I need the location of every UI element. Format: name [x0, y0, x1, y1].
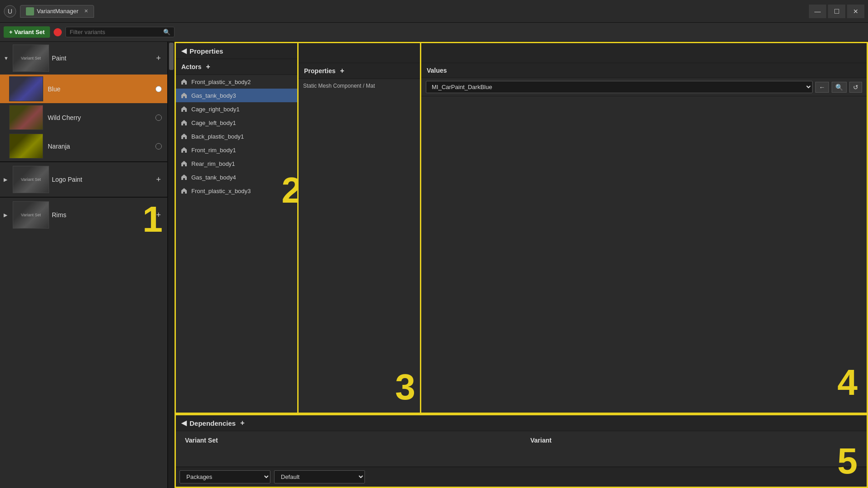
actor-home-icon-3	[180, 105, 188, 113]
sidebar-scrollbar[interactable]	[168, 42, 175, 488]
values-sub-header: Values	[421, 63, 867, 78]
tab-close-button[interactable]: ✕	[84, 8, 88, 14]
variant-blue-dot	[155, 86, 162, 92]
actors-header-label: Actors	[181, 63, 201, 70]
actor-home-icon-8	[180, 174, 188, 181]
variant-cherry-name: Wild Cherry	[48, 114, 151, 121]
collapse-dependencies-icon[interactable]: ◀	[181, 419, 187, 427]
filter-search-icon: 🔍	[163, 29, 170, 35]
dependencies-section: ◀ Dependencies + Variant Set Variant 5 P…	[176, 414, 867, 487]
actor-item-cage-right-body1[interactable]: Cage_right_body1	[176, 102, 297, 116]
actor-home-icon	[180, 78, 188, 85]
values-controls: MI_CarPaint_DarkBlue MI_CarPaint_Red MI_…	[421, 78, 867, 96]
actor-name-front-rim-body1: Front_rim_body1	[191, 147, 236, 154]
actor-item-gas-tank-body3[interactable]: Gas_tank_body3	[176, 89, 297, 102]
dep-col-variant-set: Variant Set	[176, 435, 521, 446]
actor-name-rear-rim-body1: Rear_rim_body1	[191, 160, 235, 167]
properties-main-header: ◀ Properties	[176, 43, 297, 59]
left-sidebar: ▼ Variant Set Paint + Blue Wild Cherry N…	[0, 42, 168, 488]
add-rims-variant-button[interactable]: +	[153, 209, 164, 221]
actor-name-front-plastic-x-body3: Front_plastic_x_body3	[191, 188, 251, 194]
variant-item-wild-cherry[interactable]: Wild Cherry	[0, 103, 167, 132]
actor-item-back-plastic-body1[interactable]: Back_plastic_body1	[176, 129, 297, 143]
variant-set-logo-paint-thumb: Variant Set	[13, 166, 49, 193]
values-nav-back-button[interactable]: ←	[815, 82, 829, 93]
values-content	[421, 96, 867, 413]
actor-item-rear-rim-body1[interactable]: Rear_rim_body1	[176, 157, 297, 170]
property-path-display: Static Mesh Component / Mat	[299, 79, 420, 93]
variant-manager-tab[interactable]: VariantManager ✕	[20, 5, 94, 18]
sidebar-divider-1	[0, 161, 167, 162]
dependencies-title: Dependencies	[190, 419, 236, 427]
add-paint-variant-button[interactable]: +	[153, 53, 164, 64]
filter-variants-input-wrap: 🔍	[65, 27, 175, 37]
expand-paint-icon: ▼	[4, 55, 10, 61]
svg-text:U: U	[8, 8, 12, 15]
actor-home-icon-2	[180, 92, 188, 99]
number-label-3: 3	[395, 366, 416, 408]
top-panels: ◀ Properties Actors + Front_plastic_x_bo…	[176, 43, 867, 414]
variant-item-naranja[interactable]: Naranja	[0, 132, 167, 160]
actor-item-gas-tank-body4[interactable]: Gas_tank_body4 2	[176, 170, 297, 184]
dep-col-variant: Variant	[521, 435, 867, 446]
variant-naranja-dot	[155, 143, 162, 149]
variant-cherry-dot	[155, 115, 162, 121]
variant-set-paint-header[interactable]: ▼ Variant Set Paint +	[0, 42, 167, 75]
sidebar-divider-2	[0, 197, 167, 198]
dependencies-header: ◀ Dependencies +	[176, 415, 867, 431]
variant-set-paint-thumb: Variant Set	[13, 45, 49, 72]
window-maximize-button[interactable]: ☐	[828, 5, 845, 18]
actor-item-front-plastic-x-body3[interactable]: Front_plastic_x_body3	[176, 184, 297, 198]
variant-set-paint-name: Paint	[52, 55, 150, 62]
variant-set-rims-name: Rims	[52, 211, 150, 219]
unreal-engine-logo: U	[4, 5, 16, 18]
add-variant-set-button[interactable]: + Variant Set	[4, 26, 50, 38]
dependencies-columns: Variant Set Variant	[176, 431, 867, 449]
actor-item-cage-left-body1[interactable]: Cage_left_body1	[176, 116, 297, 129]
actor-item-front-rim-body1[interactable]: Front_rim_body1	[176, 143, 297, 157]
filter-variants-input[interactable]	[70, 29, 160, 35]
variant-manager-tab-icon	[26, 7, 34, 15]
variant-set-logo-paint-header[interactable]: ▶ Variant Set Logo Paint +	[0, 163, 167, 196]
values-nav-reset-button[interactable]: ↺	[849, 82, 862, 93]
variant-naranja-name: Naranja	[48, 143, 151, 150]
properties-panel: Properties + Static Mesh Component / Mat…	[299, 43, 421, 413]
variant-item-blue[interactable]: Blue	[0, 75, 167, 103]
default-select[interactable]: Default	[274, 470, 365, 483]
actors-add-button[interactable]: +	[206, 63, 210, 71]
actor-item-front-plastic-x-body2[interactable]: Front_plastic_x_body2	[176, 75, 297, 89]
title-bar: U VariantManager ✕ — ☐ ✕	[0, 0, 868, 23]
expand-rims-icon: ▶	[4, 212, 10, 218]
values-nav-search-button[interactable]: 🔍	[832, 82, 847, 93]
actor-name-back-plastic-body1: Back_plastic_body1	[191, 133, 244, 140]
variant-blue-thumb	[9, 76, 43, 101]
actor-home-icon-7	[180, 160, 188, 167]
values-header-label: Values	[427, 67, 447, 74]
add-logo-paint-variant-button[interactable]: +	[153, 174, 164, 185]
properties-content: 3	[299, 93, 420, 413]
record-button[interactable]	[54, 28, 62, 36]
properties-panel-spacer	[299, 43, 420, 63]
sidebar-scrollbar-thumb[interactable]	[169, 43, 174, 70]
properties-add-button[interactable]: +	[340, 67, 344, 75]
dependencies-add-button[interactable]: +	[240, 419, 244, 427]
values-dropdown[interactable]: MI_CarPaint_DarkBlue MI_CarPaint_Red MI_…	[426, 81, 813, 93]
window-close-button[interactable]: ✕	[847, 5, 864, 18]
actor-home-icon-9	[180, 187, 188, 194]
dep-variant-set-label: Variant Set	[185, 437, 218, 444]
actor-home-icon-4	[180, 119, 188, 126]
dep-variant-label: Variant	[530, 437, 552, 444]
packages-select[interactable]: Packages	[180, 470, 270, 483]
actor-list: Front_plastic_x_body2 Gas_tank_body3 Cag…	[176, 75, 297, 413]
actor-name-cage-right-body1: Cage_right_body1	[191, 106, 239, 113]
main-layout: ▼ Variant Set Paint + Blue Wild Cherry N…	[0, 42, 868, 488]
expand-logo-paint-icon: ▶	[4, 177, 10, 183]
variant-set-rims-thumb-label: Variant Set	[21, 213, 41, 217]
variant-set-rims-header[interactable]: ▶ Variant Set Rims +	[0, 199, 167, 231]
variant-set-logo-paint-thumb-label: Variant Set	[21, 177, 41, 182]
window-minimize-button[interactable]: —	[809, 5, 826, 18]
actor-name-cage-left-body1: Cage_left_body1	[191, 120, 236, 126]
collapse-properties-icon[interactable]: ◀	[181, 47, 187, 55]
variant-blue-name: Blue	[48, 85, 151, 93]
values-panel-spacer	[421, 43, 867, 63]
